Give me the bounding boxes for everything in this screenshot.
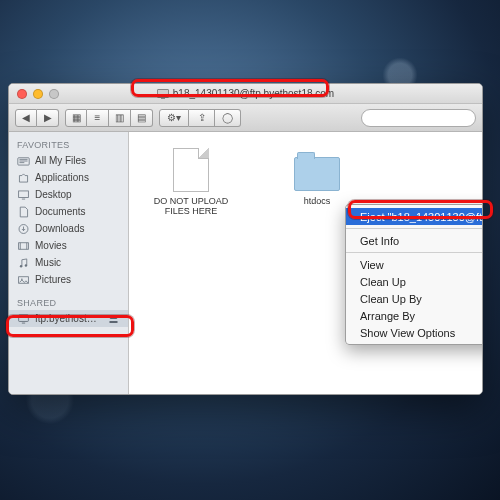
menu-item-view[interactable]: View	[346, 256, 483, 273]
applications-icon	[17, 172, 30, 184]
sidebar-section-favorites: FAVORITES	[9, 136, 128, 152]
finder-window: b18_14301130@ftp.byethost18.com ◀ ▶ ▦ ≡ …	[8, 83, 483, 395]
sidebar-item-music[interactable]: Music	[9, 254, 128, 271]
window-title: b18_14301130@ftp.byethost18.com	[9, 88, 482, 99]
menu-item-eject[interactable]: Eject "b18_14301130@ftp.byethost18.com"	[346, 208, 483, 225]
minimize-icon[interactable]	[33, 89, 43, 99]
sidebar-item-label: ftp.byethost18.com	[35, 313, 102, 324]
menu-item-show-view-options[interactable]: Show View Options	[346, 324, 483, 341]
share-button[interactable]: ⇪	[189, 109, 215, 127]
menu-item-label: Get Info	[360, 235, 399, 247]
action-buttons: ⚙▾ ⇪ ◯	[159, 109, 241, 127]
column-view-button[interactable]: ▥	[109, 109, 131, 127]
menu-item-arrange-by[interactable]: Arrange By	[346, 307, 483, 324]
menu-separator	[346, 228, 483, 229]
menu-item-label: Clean Up	[360, 276, 406, 288]
window-controls	[9, 89, 59, 99]
desktop-icon	[17, 189, 30, 201]
menu-item-label: Clean Up By	[360, 293, 422, 305]
forward-button[interactable]: ▶	[37, 109, 59, 127]
folder-icon	[293, 146, 341, 194]
menu-item-label: View	[360, 259, 384, 271]
search-input[interactable]	[361, 109, 476, 127]
downloads-icon	[17, 223, 30, 235]
server-icon	[17, 313, 30, 325]
documents-icon	[17, 206, 30, 218]
desktop-background: b18_14301130@ftp.byethost18.com ◀ ▶ ▦ ≡ …	[0, 0, 500, 500]
sidebar-item-desktop[interactable]: Desktop	[9, 186, 128, 203]
nav-buttons: ◀ ▶	[15, 109, 59, 127]
titlebar[interactable]: b18_14301130@ftp.byethost18.com	[9, 84, 482, 104]
sidebar-item-label: Documents	[35, 206, 86, 217]
sidebar-item-all-my-files[interactable]: All My Files	[9, 152, 128, 169]
sidebar-item-label: Movies	[35, 240, 67, 251]
file-name: DO NOT UPLOAD FILES HERE	[141, 196, 241, 216]
zoom-icon[interactable]	[49, 89, 59, 99]
toolbar: ◀ ▶ ▦ ≡ ▥ ▤ ⚙▾ ⇪ ◯	[9, 104, 482, 132]
menu-item-label: Show View Options	[360, 327, 455, 339]
sidebar-item-documents[interactable]: Documents	[9, 203, 128, 220]
sidebar: FAVORITES All My Files Applications Desk…	[9, 132, 129, 394]
file-item[interactable]: DO NOT UPLOAD FILES HERE	[141, 146, 241, 216]
sidebar-item-label: Desktop	[35, 189, 72, 200]
view-buttons: ▦ ≡ ▥ ▤	[65, 109, 153, 127]
sidebar-item-movies[interactable]: Movies	[9, 237, 128, 254]
all-my-files-icon	[17, 155, 30, 167]
sidebar-item-label: Downloads	[35, 223, 84, 234]
menu-separator	[346, 252, 483, 253]
menu-item-clean-up-by[interactable]: Clean Up By	[346, 290, 483, 307]
sidebar-item-pictures[interactable]: Pictures	[9, 271, 128, 288]
window-title-text: b18_14301130@ftp.byethost18.com	[173, 88, 334, 99]
menu-item-label: Eject "b18_14301130@ftp.byethost18.com"	[360, 211, 483, 223]
movies-icon	[17, 240, 30, 252]
document-icon	[167, 146, 215, 194]
close-icon[interactable]	[17, 89, 27, 99]
sidebar-item-label: All My Files	[35, 155, 86, 166]
server-icon	[157, 89, 169, 98]
action-menu-button[interactable]: ⚙▾	[159, 109, 189, 127]
sidebar-item-label: Applications	[35, 172, 89, 183]
sidebar-item-ftp-server[interactable]: ftp.byethost18.com	[9, 310, 128, 327]
svg-rect-1	[19, 190, 29, 197]
pictures-icon	[17, 274, 30, 286]
sidebar-section-shared: SHARED	[9, 294, 128, 310]
tags-button[interactable]: ◯	[215, 109, 241, 127]
music-icon	[17, 257, 30, 269]
coverflow-view-button[interactable]: ▤	[131, 109, 153, 127]
icon-view-button[interactable]: ▦	[65, 109, 87, 127]
content-area[interactable]: DO NOT UPLOAD FILES HERE htdocs Eject "b…	[129, 132, 482, 394]
svg-rect-8	[19, 314, 29, 321]
menu-item-clean-up[interactable]: Clean Up	[346, 273, 483, 290]
sidebar-item-label: Pictures	[35, 274, 71, 285]
list-view-button[interactable]: ≡	[87, 109, 109, 127]
svg-point-5	[25, 264, 27, 266]
context-menu: Eject "b18_14301130@ftp.byethost18.com" …	[345, 204, 483, 345]
svg-point-4	[20, 265, 22, 267]
menu-item-label: Arrange By	[360, 310, 415, 322]
eject-icon[interactable]	[107, 313, 120, 325]
back-button[interactable]: ◀	[15, 109, 37, 127]
sidebar-item-applications[interactable]: Applications	[9, 169, 128, 186]
menu-item-get-info[interactable]: Get Info	[346, 232, 483, 249]
sidebar-item-downloads[interactable]: Downloads	[9, 220, 128, 237]
sidebar-item-label: Music	[35, 257, 61, 268]
